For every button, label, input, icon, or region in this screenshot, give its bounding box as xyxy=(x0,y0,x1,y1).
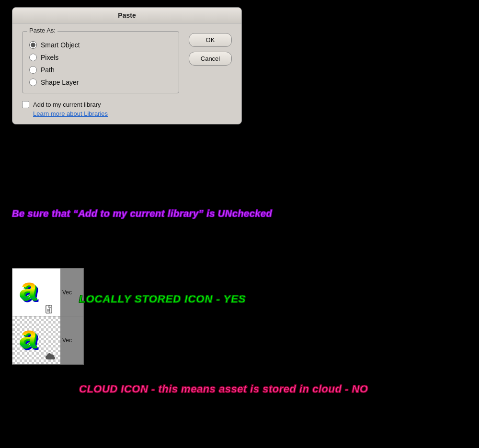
radio-path-input[interactable] xyxy=(29,66,37,74)
item-thumbnail-cloud: a a a xyxy=(12,316,60,364)
radio-smart-object-label: Smart Object xyxy=(41,41,80,49)
radio-smart-object-input[interactable] xyxy=(29,41,37,49)
dialog-title: Paste xyxy=(12,8,241,23)
library-item-cloud: a a a Vec xyxy=(12,316,83,364)
library-panel: a a a Vec xyxy=(12,268,84,365)
radio-path[interactable]: Path xyxy=(29,66,172,74)
status-cloud: CLOUD ICON - this means asset is stored … xyxy=(79,383,368,395)
paste-as-label: Paste As: xyxy=(27,27,57,34)
letter-layer-front-2: a xyxy=(20,321,37,352)
dialog-footer: Add to my current library Learn more abo… xyxy=(12,101,241,124)
radio-shape-layer-label: Shape Layer xyxy=(41,78,79,86)
paste-as-group: Paste As: Smart Object Pixels Path Shape xyxy=(22,31,179,93)
letter-layer-front-1: a xyxy=(20,273,37,304)
add-library-label: Add to my current library xyxy=(33,101,101,108)
radio-shape-layer-input[interactable] xyxy=(29,78,37,86)
local-storage-icon xyxy=(45,305,55,314)
item-thumbnail-local: a a a xyxy=(12,269,60,316)
paste-dialog: Paste Paste As: Smart Object Pixels Path xyxy=(12,7,242,124)
radio-pixels-input[interactable] xyxy=(29,54,37,61)
item-label-cloud: Vec xyxy=(60,335,82,346)
instruction-text: Be sure that “Add to my current library”… xyxy=(12,208,272,219)
radio-pixels-label: Pixels xyxy=(41,54,58,61)
dialog-body: Paste As: Smart Object Pixels Path Shape xyxy=(12,23,241,101)
learn-more-link[interactable]: Learn more about Libraries xyxy=(33,110,232,117)
radio-pixels[interactable]: Pixels xyxy=(29,54,172,61)
radio-shape-layer[interactable]: Shape Layer xyxy=(29,78,172,86)
radio-smart-object[interactable]: Smart Object xyxy=(29,41,172,49)
cancel-button[interactable]: Cancel xyxy=(189,52,232,66)
radio-path-label: Path xyxy=(41,66,55,74)
dialog-left-panel: Paste As: Smart Object Pixels Path Shape xyxy=(22,31,179,93)
ok-button[interactable]: OK xyxy=(189,33,232,47)
dialog-buttons: OK Cancel xyxy=(189,31,232,93)
library-item-local: a a a Vec xyxy=(12,269,83,316)
add-library-row: Add to my current library xyxy=(22,101,232,108)
status-locally-stored: LOCALLY STORED ICON - YES xyxy=(79,293,246,305)
add-library-checkbox[interactable] xyxy=(22,101,29,108)
cloud-storage-icon xyxy=(45,353,55,362)
